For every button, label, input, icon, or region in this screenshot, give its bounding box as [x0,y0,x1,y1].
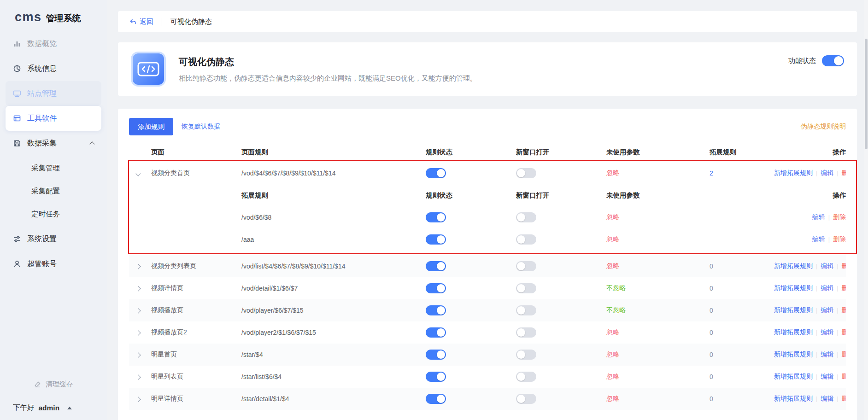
header-new-window: 新窗口打开 [516,148,606,157]
add-ext-rule-link[interactable]: 新增拓展规则 [774,284,813,292]
rule-status-toggle[interactable] [426,168,446,178]
link-separator: | [816,373,817,380]
rules-help-link[interactable]: 伪静态规则说明 [801,122,846,131]
delete-link[interactable]: 删除 [842,169,846,176]
sidebar-subitem-timed-tasks[interactable]: 定时任务 [6,203,101,226]
edit-link[interactable]: 编辑 [821,306,833,314]
delete-link[interactable]: 删除 [842,350,846,358]
rule-status-toggle[interactable] [426,283,446,293]
ext-count-link[interactable]: 0 [710,373,713,380]
expand-chevron-icon[interactable] [135,352,141,357]
new-window-toggle[interactable] [516,394,536,404]
new-window-toggle[interactable] [516,212,536,222]
restore-default-link[interactable]: 恢复默认数据 [182,122,220,131]
delete-link[interactable]: 删除 [833,213,846,221]
rule-status-toggle[interactable] [426,234,446,245]
collapse-chevron-icon[interactable] [135,171,141,176]
new-window-toggle[interactable] [516,327,536,338]
expand-chevron-icon[interactable] [135,308,141,313]
delete-link[interactable]: 删除 [833,235,846,243]
rule-status-toggle[interactable] [426,261,446,271]
actions-cell: 编辑|删除 [774,213,846,222]
delete-link[interactable]: 删除 [842,395,846,402]
sidebar-item-site-manage[interactable]: 站点管理 [6,81,101,106]
add-ext-rule-link[interactable]: 新增拓展规则 [774,373,813,380]
edit-link[interactable]: 编辑 [812,235,825,243]
unused-param-cell: 不忽略 [606,284,710,292]
edit-link[interactable]: 编辑 [821,395,833,402]
edit-link[interactable]: 编辑 [821,169,833,176]
new-window-toggle[interactable] [516,168,536,178]
add-ext-rule-link[interactable]: 新增拓展规则 [774,328,813,336]
sidebar-item-system-info[interactable]: 系统信息 [6,56,101,81]
expand-chevron-icon[interactable] [135,330,141,335]
expand-chevron-icon[interactable] [135,374,141,379]
ext-count-link[interactable]: 2 [710,169,713,177]
new-window-toggle[interactable] [516,261,536,271]
sliders-icon [13,235,21,243]
edit-link[interactable]: 编辑 [821,328,833,336]
rules-table-body: 视频分类首页/vod/$4/$6/$7/$8/$9/$10/$11/$14忽略2… [129,162,846,410]
add-ext-rule-link[interactable]: 新增拓展规则 [774,395,813,402]
new-window-toggle[interactable] [516,350,536,360]
header-page-rule: 页面规则 [241,148,426,157]
sidebar-item-system-settings[interactable]: 系统设置 [6,227,101,251]
rule-status-toggle[interactable] [426,305,446,315]
rule-status-toggle[interactable] [426,372,446,382]
pseudo-static-code-icon [131,52,166,87]
ext-count-link[interactable]: 0 [710,262,713,270]
sub-header-actions: 操作 [774,191,846,200]
page-title: 可视化伪静态 [170,18,212,26]
delete-link[interactable]: 删除 [842,262,846,269]
new-window-toggle[interactable] [516,283,536,293]
vertical-scrollbar[interactable] [864,0,868,420]
rules-card: 添加规则 恢复默认数据 伪静态规则说明 页面 页面规则 规则状态 新窗口打开 未… [118,109,857,420]
edit-link[interactable]: 编辑 [821,262,833,269]
new-window-toggle[interactable] [516,372,536,382]
feature-status-toggle[interactable] [822,55,844,66]
user-menu[interactable]: 下午好 admin [0,403,107,413]
sidebar-item-data-collect[interactable]: 数据采集 [6,131,101,156]
add-rule-button[interactable]: 添加规则 [129,118,173,135]
pie-chart-icon [13,64,21,73]
edit-link[interactable]: 编辑 [821,350,833,358]
delete-link[interactable]: 删除 [842,284,846,292]
clear-cache-button[interactable]: 清理缓存 [0,373,107,395]
ext-count-link[interactable]: 0 [710,285,713,292]
expand-chevron-icon[interactable] [135,264,141,269]
add-ext-rule-link[interactable]: 新增拓展规则 [774,262,813,269]
ext-count-link[interactable]: 0 [710,307,713,314]
page-name-cell: 明星详情页 [151,395,241,403]
scrollbar-thumb[interactable] [865,39,868,149]
rule-status-toggle[interactable] [426,327,446,338]
sidebar-item-tools[interactable]: 工具软件 [6,106,101,131]
delete-link[interactable]: 删除 [842,306,846,314]
edit-link[interactable]: 编辑 [812,213,825,221]
sidebar-subitem-collect-manage[interactable]: 采集管理 [6,157,101,180]
page-rule-cell: /star/$4 [241,351,426,358]
back-button[interactable]: 返回 [129,18,153,26]
add-ext-rule-link[interactable]: 新增拓展规则 [774,169,813,176]
sidebar-item-admin-account[interactable]: 超管账号 [6,251,101,276]
new-window-toggle[interactable] [516,305,536,315]
edit-link[interactable]: 编辑 [821,284,833,292]
new-window-cell [516,305,606,315]
add-ext-rule-link[interactable]: 新增拓展规则 [774,306,813,314]
ext-count-link[interactable]: 0 [710,395,713,402]
rule-status-toggle[interactable] [426,212,446,222]
expand-chevron-icon[interactable] [135,286,141,291]
delete-link[interactable]: 删除 [842,328,846,336]
edit-link[interactable]: 编辑 [821,373,833,380]
add-ext-rule-link[interactable]: 新增拓展规则 [774,350,813,358]
rule-status-toggle[interactable] [426,350,446,360]
feature-description: 相比纯静态功能，伪静态更适合信息内容较少的企业网站，既能满足SEO优化，又能方便… [179,74,477,83]
sub-table-header: 拓展规则规则状态新窗口打开未使用参数操作 [129,184,846,206]
ext-count-link[interactable]: 0 [710,351,713,358]
expand-chevron-icon[interactable] [135,397,141,402]
rule-status-toggle[interactable] [426,394,446,404]
sidebar-subitem-collect-config[interactable]: 采集配置 [6,180,101,203]
new-window-toggle[interactable] [516,234,536,245]
ext-count-link[interactable]: 0 [710,329,713,336]
sidebar-item-data-overview[interactable]: 数据概览 [6,31,101,56]
delete-link[interactable]: 删除 [842,373,846,380]
